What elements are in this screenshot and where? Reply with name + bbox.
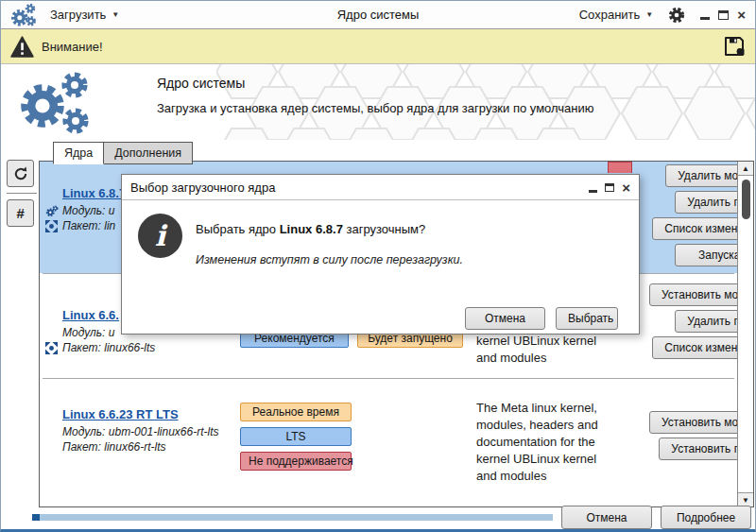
changelog-button[interactable]: Список изменений	[652, 336, 737, 359]
package-icon	[44, 220, 59, 232]
maximize-icon[interactable]	[718, 10, 729, 20]
install-package-button[interactable]: Установить пакет	[659, 438, 737, 460]
package-label: Пакет: linux66-rt-lts	[62, 440, 166, 454]
dialog-kernel-name: Linux 6.8.7	[280, 222, 343, 236]
dialog-note: Изменения вступят в силу после перезагру…	[196, 253, 463, 266]
kernel-link[interactable]: Linux 6.6.23 RT LTS	[62, 407, 179, 421]
refresh-icon	[13, 166, 28, 181]
progress-fill	[32, 514, 40, 521]
kernel-actions: Удалить модуль Удалить пакет Список изме…	[631, 162, 737, 273]
save-menu[interactable]: Сохранить ▼	[579, 8, 654, 22]
kernel-actions: Установить модуль Удалить пакет Список и…	[631, 274, 737, 378]
warning-bar: Внимание!	[1, 29, 755, 64]
minimize-icon[interactable]	[589, 190, 597, 193]
chevron-down-icon: ▼	[112, 11, 119, 19]
save-menu-label: Сохранить	[579, 8, 641, 22]
run-button[interactable]: Запускать	[675, 244, 737, 266]
changelog-button[interactable]: Список изменений	[652, 217, 737, 240]
page-header: Ядро системы Загрузка и установка ядер с…	[1, 64, 755, 140]
scroll-down-icon[interactable]: ▼	[738, 492, 753, 506]
dialog-titlebar: Выбор загрузочного ядра ×	[122, 175, 639, 200]
tab-bar: Ядра Дополнения	[1, 140, 755, 164]
kernel-description: The Meta linux kernel, modules, headers …	[476, 379, 620, 490]
chevron-down-icon: ▼	[645, 11, 653, 19]
load-menu-label: Загрузить	[50, 8, 106, 22]
warning-label: Внимание!	[42, 40, 103, 54]
kernel-actions: Установить модуль Установить пакет	[631, 379, 737, 490]
settings-gear-icon[interactable]	[668, 7, 685, 24]
maximize-icon[interactable]	[605, 183, 614, 192]
close-icon[interactable]: ×	[737, 8, 746, 22]
info-icon: i	[138, 214, 182, 258]
package-icon	[44, 342, 59, 354]
progress-bar	[32, 514, 553, 521]
remove-package-button[interactable]: Удалить пакет	[675, 310, 737, 333]
module-label: Модуль: ubm-001-linux66-rt-lts	[62, 425, 219, 438]
app-logo-gears-icon	[10, 3, 37, 27]
tag-lts: LTS	[240, 427, 352, 446]
details-button[interactable]: Подробнее	[661, 506, 751, 529]
left-toolbar: #	[7, 160, 37, 227]
titlebar: Загрузить ▼ Ядро системы Сохранить ▼ ×	[1, 1, 755, 29]
dialog-message: Выбрать ядро Linux 6.8.7 загрузочным?	[196, 222, 425, 236]
save-floppy-icon[interactable]	[723, 35, 746, 58]
cancel-button[interactable]: Отмена	[561, 506, 652, 529]
page-title: Ядро системы	[157, 76, 594, 91]
minimize-icon[interactable]	[700, 17, 710, 20]
page-subtitle: Загрузка и установка ядер системы, выбор…	[157, 101, 594, 115]
close-icon[interactable]: ×	[622, 180, 630, 195]
install-module-button[interactable]: Установить модуль	[649, 283, 737, 306]
warning-icon	[10, 36, 34, 58]
package-label: Пакет: linux66-lts	[62, 341, 155, 354]
gears-logo-icon	[16, 70, 97, 140]
app-window: Загрузить ▼ Ядро системы Сохранить ▼ ×	[0, 0, 756, 532]
dialog-title: Выбор загрузочного ядра	[130, 180, 275, 195]
package-label: Пакет: lin	[62, 219, 115, 232]
kernel-row-linux-6-6-23-rt-lts[interactable]: Linux 6.6.23 RT LTS Модуль: ubm-001-linu…	[40, 379, 737, 490]
dialog-cancel-button[interactable]: Отмена	[465, 307, 545, 330]
module-label: Модуль: u	[62, 204, 114, 217]
scrollbar-thumb[interactable]	[742, 180, 750, 219]
hash-button[interactable]: #	[7, 199, 34, 227]
kernel-link[interactable]: Linux 6.8.7	[62, 186, 126, 200]
tag-unsupported: Не поддерживается	[240, 452, 352, 471]
tab-addons[interactable]: Дополнения	[103, 142, 193, 164]
tag-realtime: Реальное время	[240, 403, 352, 421]
footer: Отмена Подробнее	[1, 508, 756, 531]
dialog-confirm-button[interactable]: Выбрать	[556, 307, 618, 330]
load-menu[interactable]: Загрузить ▼	[50, 8, 119, 22]
boot-kernel-dialog: Выбор загрузочного ядра × i Выбрать ядро…	[121, 174, 640, 335]
install-module-button[interactable]: Установить модуль	[649, 411, 737, 434]
kernel-tags: Реальное время LTS Не поддерживается	[240, 379, 476, 490]
toolbar-divider	[7, 193, 37, 194]
kernel-link[interactable]: Linux 6.6.	[62, 308, 119, 322]
vertical-scrollbar[interactable]: ▲ ▼	[737, 162, 753, 506]
remove-module-button[interactable]: Удалить модуль	[665, 164, 737, 187]
tab-kernels[interactable]: Ядра	[53, 142, 104, 164]
remove-package-button[interactable]: Удалить пакет	[675, 191, 737, 214]
hash-icon: #	[16, 205, 24, 221]
module-icon	[44, 205, 59, 217]
module-label: Модуль: u	[62, 326, 114, 339]
